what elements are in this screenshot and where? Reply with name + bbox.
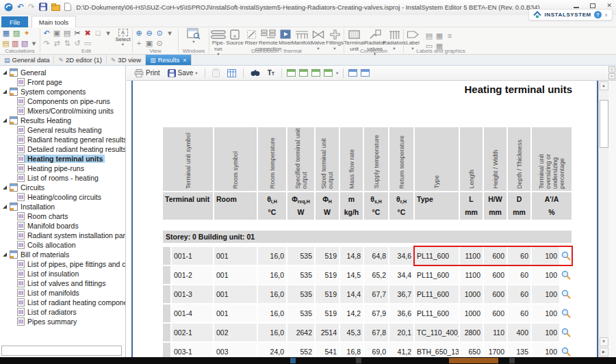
layout-horizontal-button[interactable] <box>311 69 320 77</box>
sidebar-item-radiant-heating-general-results[interactable]: Radiant heating general results <box>0 135 125 144</box>
sidebar-item-front-page[interactable]: Front page <box>0 77 125 87</box>
column-header-specified-terminal-unit-output[interactable]: Specified terminal unit output <box>287 127 314 191</box>
select-button[interactable]: A Select ▾ <box>115 28 131 48</box>
expand-triangle-icon[interactable] <box>3 252 7 257</box>
taskbar-active-app[interactable] <box>449 358 498 363</box>
save-button[interactable]: Save ▾ <box>166 68 200 78</box>
sidebar-item-coils-allocation[interactable]: Coils allocation <box>0 240 125 250</box>
mirror-icon[interactable]: ⇄ <box>52 38 62 48</box>
column-header-terminal-unit-symbol[interactable]: Terminal unit symbol <box>163 127 213 191</box>
calc-update-icon[interactable]: ▥ <box>11 38 20 48</box>
zoom-all-icon[interactable]: ▣ <box>144 38 154 48</box>
sidebar-item-components-on-pipe-runs[interactable]: Components on pipe-runs <box>0 96 125 106</box>
column-header-room-symbol[interactable]: Room symbol <box>214 127 257 191</box>
expand-triangle-icon[interactable] <box>3 118 7 122</box>
new-document-icon[interactable] <box>64 3 71 11</box>
sidebar-item-list-of-radiant-heating-components[interactable]: List of radiant heating components <box>0 298 125 307</box>
taskbar[interactable] <box>0 357 616 364</box>
document-tab-general-data[interactable]: ▤General data <box>0 55 54 65</box>
column-header-return-temperature[interactable]: Return temperature <box>389 127 413 191</box>
details-magnifier-button[interactable] <box>561 324 572 341</box>
find-button[interactable] <box>248 68 262 77</box>
calc-export-icon[interactable]: ▧ <box>21 38 29 48</box>
layout-vertical-button[interactable] <box>324 69 333 77</box>
tree-section-system-components[interactable]: System components <box>0 87 125 96</box>
scroll-down-icon[interactable]: ▼ <box>600 337 608 346</box>
chevron-down-icon[interactable]: ▾ <box>29 38 38 48</box>
sidebar-item-detailed-radiant-heating-results[interactable]: Detailed radiant heating results <box>0 144 125 154</box>
tab-main-tools[interactable]: Main tools <box>31 16 76 28</box>
column-header-room-temperature[interactable]: Room temperature <box>258 127 286 191</box>
calc-messages-icon[interactable]: ▨ <box>12 28 21 38</box>
details-magnifier-button[interactable] <box>561 247 572 265</box>
undo-icon[interactable]: ↶ <box>17 2 24 12</box>
font-button[interactable]: TT <box>266 68 277 77</box>
panel-pin-icon[interactable]: ≡ <box>608 73 615 79</box>
column-header-supply-temperature[interactable]: Supply temperature <box>364 127 388 191</box>
collapse-ribbon-icon[interactable]: ∧ <box>604 12 608 18</box>
radiators-button[interactable]: Radiators▾ <box>387 28 402 51</box>
sidebar-item-heating-pipe-runs[interactable]: Heating pipe-runs <box>0 164 125 173</box>
sidebar-item-list-of-valves-and-fittings[interactable]: List of valves and fittings <box>0 278 125 288</box>
document-tab-3d-view[interactable]: ✎3D view <box>107 55 146 65</box>
expand-triangle-icon[interactable] <box>3 70 7 75</box>
expand-triangle-icon[interactable] <box>3 90 7 94</box>
calc-diagnostics-icon[interactable]: ▤ <box>1 38 10 48</box>
paste-icon[interactable]: ▤ <box>62 28 72 38</box>
rotate-icon[interactable]: ↺ <box>73 38 82 48</box>
scrollbar-thumb[interactable] <box>600 100 608 148</box>
source-button[interactable]: Source <box>227 28 242 47</box>
sidebar-item-heating-cooling-circuits[interactable]: Heating/cooling circuits <box>0 192 125 202</box>
copy-icon[interactable]: ▣ <box>52 28 62 38</box>
stretch-icon[interactable]: ▭ <box>83 38 92 48</box>
chevron-down-icon[interactable]: ▾ <box>103 28 113 38</box>
zoom-previous-icon[interactable]: ⊙ <box>155 38 164 48</box>
view-options-button[interactable] <box>361 69 370 77</box>
sidebar-item-room-charts[interactable]: Room charts <box>0 211 125 221</box>
tree-section-installation[interactable]: Installation <box>0 202 125 211</box>
label-button[interactable]: Label▾ <box>405 28 420 51</box>
zoom-window-icon[interactable]: ⊙ <box>155 28 164 38</box>
sidebar-item-general-results-heating[interactable]: General results heating <box>0 125 125 135</box>
valve-button[interactable]: Valve▾ <box>311 28 326 51</box>
chevron-down-icon[interactable]: ▾ <box>165 28 175 38</box>
scroll-right-icon[interactable]: ▶ <box>600 348 608 356</box>
maximize-button[interactable] <box>590 3 595 8</box>
sidebar-item-manifold-boards[interactable]: Manifold boards <box>0 221 125 231</box>
manifold-button[interactable]: Manifold <box>294 28 309 47</box>
column-header-mass-flow-rate[interactable]: Mass flow rate <box>340 127 363 191</box>
minimize-button[interactable] <box>574 7 579 8</box>
tree-horizontal-scrollbar[interactable] <box>1 346 122 356</box>
paste-button[interactable] <box>210 68 222 78</box>
layout-split-button[interactable] <box>299 69 308 77</box>
expand-triangle-icon[interactable] <box>3 185 7 190</box>
tree-section-bill-of-materials[interactable]: Bill of materials <box>0 250 125 259</box>
expand-triangle-icon[interactable] <box>3 205 7 209</box>
document-tab-results[interactable]: ▥Results× <box>146 55 191 65</box>
column-header-depth-thickness[interactable]: Depth / Thickness <box>508 127 530 191</box>
vertical-scrollbar[interactable]: ▲ ▼ ▶ <box>598 81 608 357</box>
sidebar-item-heating-terminal-units[interactable]: Heating terminal units <box>0 154 125 164</box>
column-header-type[interactable]: Type <box>415 127 459 191</box>
redo-icon[interactable]: ↷ <box>42 38 51 48</box>
taskbar-item[interactable] <box>509 358 515 363</box>
column-header-height-width[interactable]: Height / Width <box>484 127 506 191</box>
layout-single-button[interactable] <box>287 69 296 77</box>
legend-icon[interactable]: ≡ <box>445 31 454 40</box>
column-header-sized-terminal-unit-output[interactable]: Sized terminal unit output <box>316 127 339 191</box>
save-icon[interactable] <box>39 3 47 11</box>
sidebar-item-pipes-summary[interactable]: Pipes summary <box>0 317 125 326</box>
calculations-icon[interactable]: ▦ <box>1 28 11 38</box>
column-header-length[interactable]: Length <box>460 127 483 191</box>
close-button[interactable]: ✕ <box>606 2 612 9</box>
redo-icon[interactable]: ↷ <box>28 2 35 12</box>
sidebar-item-list-of-insulation[interactable]: List of insulation <box>0 269 125 278</box>
zoom-in-icon[interactable]: ⊕ <box>134 28 144 38</box>
undo-icon[interactable]: ↶ <box>42 28 51 38</box>
fittings-button[interactable]: Fittings▾ <box>327 28 342 51</box>
panel-menu-icon[interactable]: ≡ <box>608 66 615 73</box>
graphic-frame-icon[interactable]: ▦ <box>435 31 444 40</box>
close-tab-icon[interactable]: × <box>183 57 186 64</box>
taskbar-item[interactable] <box>356 358 361 363</box>
scroll-up-icon[interactable]: ▲ <box>600 81 608 90</box>
